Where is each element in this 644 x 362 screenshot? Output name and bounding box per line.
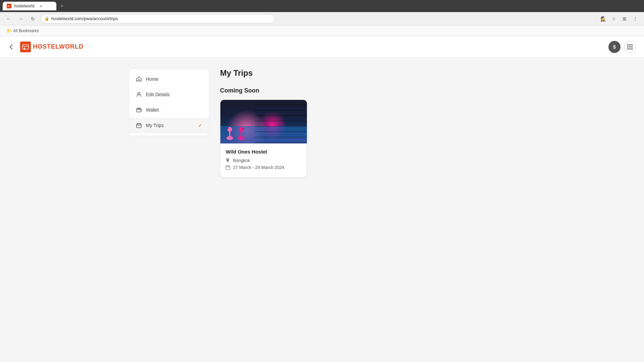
sidebar: Home Edit Details Wallet [129, 68, 209, 351]
wallet-icon [136, 107, 142, 113]
calendar-icon [226, 165, 230, 170]
flamingo-left-icon [226, 126, 238, 141]
profile-icon[interactable]: 🕵 [598, 14, 608, 23]
site-logo[interactable]: HOSTELWORLD [20, 42, 84, 52]
forward-navigation-button[interactable]: → [16, 14, 25, 23]
stairs-element [255, 100, 307, 143]
bookmark-icon[interactable]: ☆ [609, 14, 619, 23]
bookmarks-label: All Bookmarks [13, 28, 39, 33]
extension-icon[interactable]: ⊞ [620, 14, 629, 23]
sidebar-menu: Home Edit Details Wallet [129, 68, 209, 136]
more-menu-icon[interactable]: ⋮ [631, 14, 640, 23]
svg-point-6 [140, 110, 141, 111]
sidebar-home-label: Home [146, 76, 202, 82]
sidebar-item-wallet[interactable]: Wallet [129, 102, 209, 118]
trip-name: Wild Ones Hostel [226, 149, 302, 155]
svg-point-13 [239, 127, 244, 132]
site-back-button[interactable] [8, 44, 15, 50]
new-tab-button[interactable]: + [59, 2, 65, 10]
logo-text: HOSTELWORLD [33, 43, 84, 50]
trip-card-body: Wild Ones Hostel Bangkok 27 March - 29 M… [220, 143, 307, 177]
trip-card-image [220, 100, 307, 143]
header-right: $ [608, 41, 636, 53]
reload-button[interactable]: ↻ [28, 14, 38, 23]
browser-actions: 🕵 ☆ ⊞ ⋮ [598, 14, 640, 23]
location-pin-icon [226, 158, 230, 163]
user-avatar-button[interactable]: $ [608, 41, 621, 53]
trip-dates: 27 March - 29 March 2024 [226, 165, 302, 170]
logo-box [20, 42, 31, 52]
coming-soon-heading: Coming Soon [220, 87, 515, 94]
flamingo-right-icon [237, 126, 249, 141]
tab-favicon: H [7, 4, 11, 8]
svg-rect-12 [240, 131, 242, 138]
svg-rect-9 [229, 131, 230, 138]
header-left: HOSTELWORLD [8, 42, 84, 52]
browser-chrome: H hostelworld ✕ + [0, 0, 644, 12]
content-wrapper: Home Edit Details Wallet [121, 58, 523, 362]
sidebar-edit-details-label: Edit Details [146, 92, 202, 97]
svg-rect-5 [137, 109, 141, 112]
svg-rect-14 [226, 166, 230, 169]
sidebar-item-my-trips[interactable]: My Trips ✓ [129, 118, 209, 133]
svg-rect-7 [137, 124, 141, 128]
page-title: My Trips [220, 68, 515, 78]
bookmarks-bar: 📁 All Bookmarks [0, 25, 644, 36]
hamburger-menu-button[interactable] [624, 41, 636, 53]
trip-location: Bangkok [226, 158, 302, 163]
home-icon [136, 76, 142, 82]
browser-tab[interactable]: H hostelworld ✕ [3, 2, 56, 10]
page-content: My Trips Coming Soon [220, 68, 515, 351]
trip-location-text: Bangkok [233, 158, 250, 163]
sidebar-wallet-label: Wallet [146, 107, 202, 113]
user-icon [136, 92, 142, 98]
site-header: HOSTELWORLD $ [0, 36, 644, 58]
svg-point-4 [138, 93, 140, 95]
trip-dates-text: 27 March - 29 March 2024 [233, 165, 284, 170]
tab-close-button[interactable]: ✕ [39, 4, 43, 8]
sidebar-item-edit-details[interactable]: Edit Details [129, 87, 209, 102]
url-text: hostelworld.com/pwa/account/trips [51, 16, 118, 21]
lock-icon: 🔒 [45, 16, 49, 21]
chevron-right-icon: ✓ [198, 123, 202, 128]
bookmarks-folder-icon: 📁 [7, 28, 12, 33]
svg-rect-3 [24, 48, 25, 49]
main-content: Home Edit Details Wallet [0, 58, 644, 362]
all-bookmarks-item[interactable]: 📁 All Bookmarks [4, 28, 42, 34]
sidebar-my-trips-label: My Trips [146, 123, 194, 128]
svg-text:H: H [8, 5, 9, 7]
browser-nav: ← → ↻ 🔒 hostelworld.com/pwa/account/trip… [0, 12, 644, 25]
sidebar-item-home[interactable]: Home [129, 71, 209, 87]
trips-icon [136, 122, 142, 128]
svg-point-10 [227, 127, 232, 132]
back-navigation-button[interactable]: ← [4, 14, 13, 23]
trip-card[interactable]: Wild Ones Hostel Bangkok 27 March - 29 M… [220, 100, 307, 178]
tab-title: hostelworld [14, 4, 35, 8]
trip-image-visual [220, 100, 307, 143]
address-bar[interactable]: 🔒 hostelworld.com/pwa/account/trips [40, 14, 275, 23]
svg-rect-2 [22, 45, 29, 49]
